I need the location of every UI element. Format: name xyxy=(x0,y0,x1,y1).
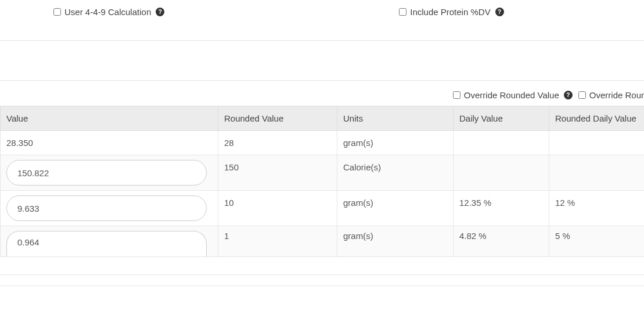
calc-449-label: User 4-4-9 Calculation xyxy=(64,7,151,17)
rounded-cell: 150 xyxy=(218,155,337,191)
override-rounded-checkbox[interactable] xyxy=(453,91,460,99)
rounded-daily-cell xyxy=(549,131,645,155)
header-rounded-daily: Rounded Daily Value xyxy=(549,106,645,131)
rounded-daily-cell: 5 % xyxy=(549,226,645,257)
table-row: 28.350 28 gram(s) xyxy=(1,131,645,155)
rounded-cell: 10 xyxy=(218,191,337,226)
nutrition-table: Value Rounded Value Units Daily Value Ro… xyxy=(0,106,644,257)
daily-cell: 4.82 % xyxy=(454,226,549,257)
include-protein-label: Include Protein %DV xyxy=(410,7,490,17)
value-cell xyxy=(1,191,218,226)
daily-cell xyxy=(454,155,549,191)
include-protein-checkbox[interactable] xyxy=(399,8,406,16)
units-cell: Calorie(s) xyxy=(337,155,454,191)
calc-449-checkbox[interactable] xyxy=(53,8,61,16)
value-cell xyxy=(1,155,218,191)
header-rounded: Rounded Value xyxy=(218,106,337,131)
units-cell: gram(s) xyxy=(337,226,454,257)
value-cell: 28.350 xyxy=(1,131,218,155)
daily-cell: 12.35 % xyxy=(454,191,549,226)
override-rounded-option: Override Rounded Value ? xyxy=(453,90,573,100)
override-rounded-dv-label: Override Rour xyxy=(589,90,644,100)
help-icon[interactable]: ? xyxy=(564,91,573,99)
override-options-row: Override Rounded Value ? Override Rour xyxy=(0,87,644,106)
daily-cell xyxy=(454,131,549,155)
header-daily: Daily Value xyxy=(454,106,549,131)
value-input[interactable]: 0.964 xyxy=(6,231,207,256)
value-cell: 0.964 xyxy=(1,226,218,257)
table-header-row: Value Rounded Value Units Daily Value Ro… xyxy=(1,106,645,131)
value-input[interactable] xyxy=(6,160,207,186)
header-value: Value xyxy=(1,106,218,131)
nutrition-table-wrap: Value Rounded Value Units Daily Value Ro… xyxy=(0,106,644,257)
section-divider xyxy=(0,40,644,81)
rounded-daily-cell xyxy=(549,155,645,191)
table-row: 150 Calorie(s) xyxy=(1,155,645,191)
units-cell: gram(s) xyxy=(337,191,454,226)
rounded-cell: 28 xyxy=(218,131,337,155)
bottom-divider xyxy=(0,274,644,286)
rounded-cell: 1 xyxy=(218,226,337,257)
rounded-daily-cell: 12 % xyxy=(549,191,645,226)
table-row: 0.964 1 gram(s) 4.82 % 5 % xyxy=(1,226,645,257)
override-rounded-dv-checkbox[interactable] xyxy=(578,91,586,99)
calc-449-option: User 4-4-9 Calculation ? xyxy=(53,7,164,17)
top-options-row: User 4-4-9 Calculation ? Include Protein… xyxy=(0,0,644,40)
override-rounded-label: Override Rounded Value xyxy=(464,90,559,100)
help-icon[interactable]: ? xyxy=(156,8,164,16)
table-row: 10 gram(s) 12.35 % 12 % xyxy=(1,191,645,226)
value-input[interactable] xyxy=(6,195,207,221)
header-units: Units xyxy=(337,106,454,131)
include-protein-option: Include Protein %DV ? xyxy=(399,7,503,17)
help-icon[interactable]: ? xyxy=(495,8,504,16)
units-cell: gram(s) xyxy=(337,131,454,155)
override-rounded-dv-option: Override Rour xyxy=(578,90,644,100)
